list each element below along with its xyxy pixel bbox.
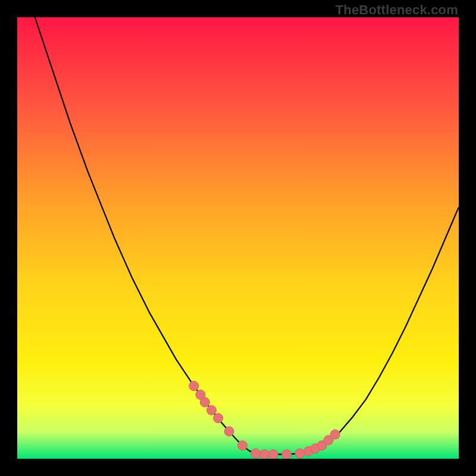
curve-marker xyxy=(282,450,292,459)
curve-marker xyxy=(224,427,234,436)
curve-marker xyxy=(214,414,223,423)
curve-marker xyxy=(295,449,305,458)
curve-marker xyxy=(189,381,199,391)
gradient-background xyxy=(17,17,459,459)
curve-marker xyxy=(330,430,340,439)
curve-marker xyxy=(206,405,216,415)
chart-frame: TheBottleneck.com xyxy=(0,0,476,476)
curve-marker xyxy=(268,450,278,459)
chart-svg xyxy=(17,17,459,459)
plot-area xyxy=(17,17,459,459)
curve-marker xyxy=(200,397,209,407)
curve-marker xyxy=(260,450,270,459)
curve-marker xyxy=(251,449,261,458)
watermark-text: TheBottleneck.com xyxy=(336,2,458,18)
curve-marker xyxy=(237,441,247,450)
